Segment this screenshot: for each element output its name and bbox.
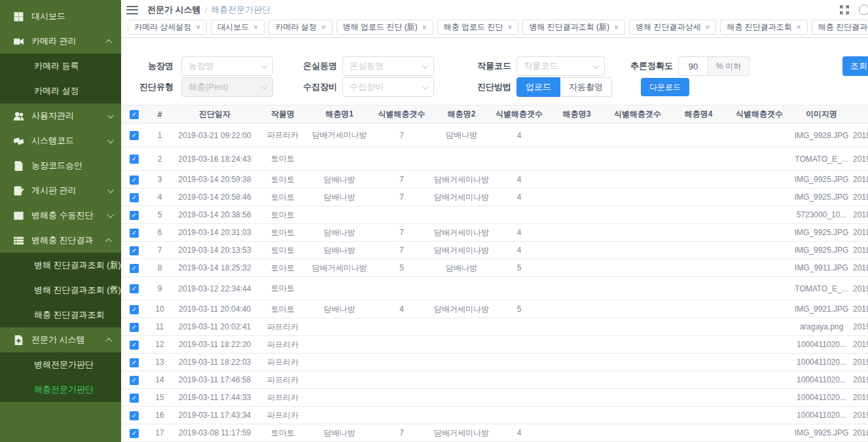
table-cell: 2018	[852, 301, 868, 318]
row-checkbox[interactable]: ✓	[130, 229, 139, 238]
sidebar-item-pest-result-view[interactable]: 해충 진단결과조회	[0, 303, 121, 327]
download-button[interactable]: 다운로드	[641, 78, 689, 96]
table-cell	[670, 371, 727, 389]
row-checkbox[interactable]: ✓	[130, 341, 139, 350]
sidebar-item-system-code[interactable]: 시스템코드	[0, 128, 121, 153]
sidebar-item-label: 카메라 관리	[31, 35, 107, 47]
table-row: ✓32019-03-14 20:59:38토마토담배나방7담배거세미나방4IMG…	[121, 171, 868, 189]
table-cell	[371, 389, 433, 407]
method-upload-button[interactable]: 업로드	[516, 77, 560, 97]
sidebar-item-disease-result-new[interactable]: 병해 진단결과조회 (新)	[0, 253, 121, 278]
clipped-header-icon[interactable]	[859, 5, 868, 15]
sidebar-item-pest-diagnosis-result[interactable]: 병해충 진단결과	[0, 228, 121, 253]
tab-7[interactable]: 병해 진단결과상세×	[629, 20, 716, 35]
row-checkbox[interactable]: ✓	[130, 376, 139, 385]
sidebar-item-camera-register[interactable]: 카메라 등록	[0, 54, 121, 79]
table-row: ✓12019-03-21 09:22:00파프리카담배거세미나방7담배나방4IM…	[121, 124, 868, 147]
sidebar-item-pest-manual-diagnosis[interactable]: 병해충 수동진단	[0, 203, 121, 228]
tab-close-icon[interactable]: ×	[422, 23, 427, 32]
table-cell	[670, 206, 727, 224]
sidebar-item-board-management[interactable]: 게시판 관리	[0, 178, 121, 203]
table-cell	[606, 259, 670, 277]
farm-name-select[interactable]: 농장명	[181, 56, 273, 76]
tab-close-icon[interactable]: ×	[507, 23, 512, 32]
table-cell	[606, 242, 670, 259]
header-checkbox-cell: ✓	[121, 105, 147, 124]
sidebar-item-farm-code-approval[interactable]: 농장코드승인	[0, 153, 121, 178]
sidebar-item-expert-system[interactable]: 전문가 시스템	[0, 327, 121, 352]
tab-close-icon[interactable]: ×	[705, 23, 710, 32]
row-checkbox[interactable]: ✓	[130, 211, 139, 220]
tab-close-icon[interactable]: ×	[196, 23, 200, 32]
sidebar-item-dashboard[interactable]: 대시보드	[0, 4, 121, 29]
sidebar-item-camera-management[interactable]: 카메라 관리	[0, 29, 121, 54]
table-cell	[606, 371, 670, 389]
table-cell: 14	[147, 371, 172, 389]
tab-3[interactable]: 카메라 설정×	[268, 20, 332, 35]
diagnosis-type-select[interactable]: 해충(Pest)	[181, 77, 273, 97]
row-checkbox[interactable]: ✓	[130, 411, 139, 420]
row-checkbox[interactable]: ✓	[130, 193, 139, 202]
tab-close-icon[interactable]: ×	[253, 23, 258, 32]
tab-1[interactable]: 카메라 상세설정×	[128, 20, 207, 35]
row-checkbox[interactable]: ✓	[130, 246, 139, 255]
table-row: ✓102019-03-11 20:04:40토마토담배나방4담배거세미나방5IM…	[121, 301, 868, 318]
row-checkbox[interactable]: ✓	[130, 264, 139, 273]
tab-close-icon[interactable]: ×	[321, 23, 326, 32]
sidebar-item-disease-result-old[interactable]: 병해 진단결과조회 (舊)	[0, 278, 121, 303]
accuracy-input[interactable]	[678, 56, 708, 76]
table-cell: 2018	[852, 189, 868, 206]
table-cell: 12	[147, 336, 172, 354]
tab-6[interactable]: 병해 진단결과조회 (新)×	[522, 20, 625, 35]
sidebar: 대시보드카메라 관리카메라 등록카메라 설정사용자관리시스템코드농장코드승인게시…	[0, 0, 121, 442]
fullscreen-icon[interactable]	[839, 5, 850, 15]
table-cell	[433, 354, 490, 371]
row-checkbox[interactable]: ✓	[130, 323, 139, 332]
table-cell	[548, 171, 606, 189]
tab-4[interactable]: 병해 업로드 진단 (新)×	[336, 20, 433, 35]
tab-8[interactable]: 해충 진단결과조회×	[720, 20, 807, 35]
select-all-checkbox[interactable]: ✓	[130, 110, 139, 119]
device-select[interactable]: 수집장비	[342, 77, 434, 97]
tab-close-icon[interactable]: ×	[797, 23, 801, 32]
row-checkbox[interactable]: ✓	[130, 175, 139, 185]
table-cell: 2019-03-11 20:02:41	[172, 318, 257, 336]
crop-code-select[interactable]: 작물코드	[516, 56, 605, 76]
table-cell	[606, 206, 670, 224]
tab-9[interactable]: 해충 진단결과상세×	[812, 20, 868, 35]
top-header: 전문가 시스템 / 해충전문가판단	[121, 0, 868, 20]
sidebar-item-label: 사용자관리	[31, 110, 107, 122]
greenhouse-select[interactable]: 온실동명	[342, 56, 434, 76]
table-cell: 2019-03-14 18:25:32	[172, 259, 257, 277]
menu-toggle-icon[interactable]	[126, 6, 138, 14]
table-cell: 7	[371, 124, 433, 147]
table-cell	[548, 371, 606, 389]
table-cell	[548, 206, 606, 224]
row-checkbox[interactable]: ✓	[130, 284, 139, 293]
tab-label: 병해 진단결과상세	[636, 22, 700, 33]
sidebar-item-pest-expert-judgment[interactable]: 해충전문가판단	[0, 377, 121, 402]
table-cell: 2019-03-11 17:46:58	[172, 371, 257, 389]
column-header: 해충명2	[433, 105, 490, 124]
table-cell: 2019	[852, 147, 868, 171]
tab-close-icon[interactable]: ×	[614, 23, 619, 32]
row-checkbox[interactable]: ✓	[130, 155, 139, 164]
table-cell: 담배나방	[433, 259, 490, 277]
row-checkbox[interactable]: ✓	[130, 358, 139, 367]
app-window: 대시보드카메라 관리카메라 등록카메라 설정사용자관리시스템코드농장코드승인게시…	[0, 0, 868, 442]
row-checkbox[interactable]: ✓	[130, 429, 139, 438]
table-cell: 5	[371, 259, 433, 277]
row-checkbox[interactable]: ✓	[130, 394, 139, 403]
row-checkbox[interactable]: ✓	[130, 305, 139, 314]
sidebar-item-camera-settings[interactable]: 카메라 설정	[0, 79, 121, 103]
tab-2[interactable]: 대시보드×	[211, 20, 264, 35]
tab-5[interactable]: 해충 업로드 진단×	[437, 20, 519, 35]
method-autocapture-button[interactable]: 자동촬영	[560, 77, 612, 97]
search-button[interactable]: 조회	[842, 56, 868, 76]
sidebar-item-user-management[interactable]: 사용자관리	[0, 103, 121, 128]
row-checkbox[interactable]: ✓	[130, 131, 139, 140]
table-row: ✓52019-03-14 20:38:56토마토5723000_10...201…	[121, 206, 868, 224]
sidebar-item-disease-expert-judgment[interactable]: 병해전문가판단	[0, 352, 121, 377]
table-cell: 1000411020...	[791, 371, 852, 389]
table-cell	[670, 354, 727, 371]
